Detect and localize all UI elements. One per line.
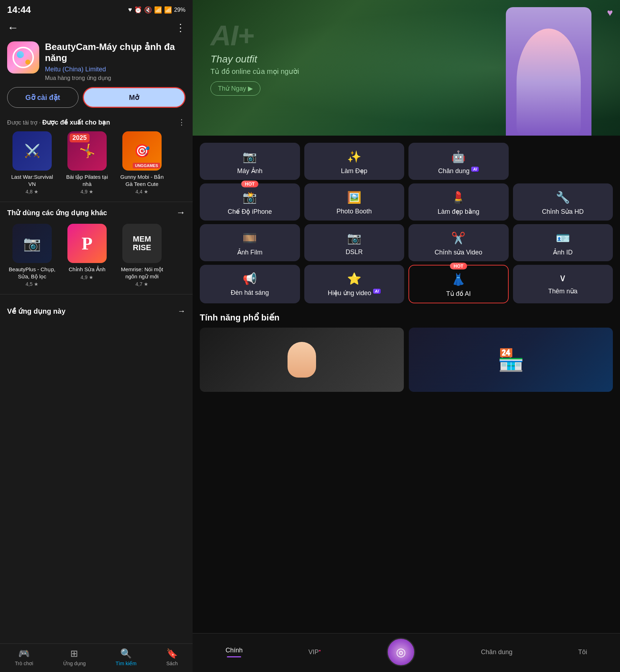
rec-app-rating: 4,8 ★ (26, 189, 39, 194)
try-app-name: Memrise: Nói một ngôn ngữ mới (117, 266, 167, 280)
nav-item-search[interactable]: 🔍 Tìm kiếm (116, 648, 137, 666)
feature-label-film: Ảnh Film (237, 248, 263, 256)
feature-dslr[interactable]: 📷 DSLR (304, 224, 405, 261)
feature-video-ai[interactable]: ⭐ Hiệu ứng video AI (304, 265, 405, 303)
beautyplus-icon: 📷 (23, 235, 41, 252)
memrise-icon: MEMRISE (133, 235, 151, 252)
feature-photo-booth[interactable]: 🖼️ Photo Booth (304, 183, 405, 221)
status-icons: ♥ ⏰ 🔇 📶 📶 29% (128, 6, 186, 14)
feature-label-camera: Máy Ảnh (237, 167, 263, 175)
rec-app-name: Gunny Mobi - Bắn Gà Teen Cute (117, 173, 167, 187)
left-panel: 14:44 ♥ ⏰ 🔇 📶 📶 29% ← ⋮ BeautyCam-Máy ch… (0, 0, 193, 672)
list-item[interactable]: 🎯 UNGGAMES Gunny Mobi - Bắn Gà Teen Cute… (117, 131, 167, 194)
feature-beauty[interactable]: ✨ Làm Đẹp (304, 143, 405, 180)
nav-item-apps[interactable]: ⊞ Ứng dụng (63, 648, 86, 666)
face-shape (288, 342, 316, 378)
uninstall-button[interactable]: Gỡ cài đặt (7, 87, 78, 108)
bnr-item-chinh[interactable]: Chính (225, 647, 243, 657)
bottom-nav: 🎮 Trò chơi ⊞ Ứng dụng 🔍 Tìm kiếm 🔖 Sách (0, 643, 193, 672)
photo-booth-icon: 🖼️ (347, 191, 361, 204)
list-item[interactable]: ⚔️ Last War:Survival VN 4,8 ★ (7, 131, 57, 194)
portrait-ai-icon: 🤖 (451, 150, 466, 163)
app-purchase-note: Mua hàng trong ứng dụng (45, 75, 186, 81)
try-app-rating: 4,5 ★ (26, 281, 39, 287)
search-icon: 🔍 (120, 648, 132, 659)
unggames-badge: UNGGAMES (133, 163, 160, 168)
back-button[interactable]: ← (7, 21, 19, 34)
id-photo-icon: 🪪 (556, 231, 570, 245)
more-button[interactable]: ⋮ (176, 22, 186, 34)
hot-badge-wardrobe: HOT (450, 263, 467, 269)
list-item[interactable]: P Chỉnh Sửa Ảnh 4,9 ★ (62, 224, 112, 287)
feature-label-more: Thêm nữa (548, 287, 578, 295)
nav-item-books[interactable]: 🔖 Sách (166, 648, 178, 666)
list-item[interactable]: MEMRISE Memrise: Nói một ngôn ngữ mới 4,… (117, 224, 167, 287)
feature-portrait-ai[interactable]: 🤖 Chân dung AI (408, 143, 509, 180)
rec-app-rating: 4,4 ★ (136, 189, 148, 194)
apps-icon: ⊞ (70, 648, 78, 659)
film-icon: 🎞️ (243, 231, 257, 245)
about-arrow-icon[interactable]: → (178, 307, 186, 316)
hero-cta-button[interactable]: Thử Ngay ▶ (210, 81, 260, 96)
feature-iphone-mode[interactable]: HOT 📸 Chế Độ iPhone (200, 183, 300, 221)
divider-2 (0, 294, 193, 294)
recommended-header: Được tài trợ · Được đề xuất cho bạn ⋮ (0, 115, 193, 131)
hero-subtitle: Thay outfit (210, 54, 299, 65)
app-info: BeautyCam-Máy chụp ảnh đa năng Meitu (Ch… (0, 38, 193, 87)
app-name: BeautyCam-Máy chụp ảnh đa năng (45, 41, 186, 64)
feature-more[interactable]: ∨ Thêm nữa (513, 265, 613, 303)
feature-label-hd-edit: Chỉnh Sửa HD (542, 208, 584, 216)
app-developer: Meitu (China) Limited (45, 66, 186, 73)
try-title: Thử dùng các ứng dụng khác (7, 208, 107, 217)
app-details: BeautyCam-Máy chụp ảnh đa năng Meitu (Ch… (45, 41, 186, 81)
heart-icon: ♥ (607, 7, 613, 19)
app-icon-inner (12, 47, 34, 68)
bnr-label-chinh: Chính (225, 647, 243, 654)
camera-icon: 📷 (243, 150, 257, 163)
try-arrow-icon[interactable]: → (176, 207, 186, 218)
bnr-label-me: Tôi (578, 648, 587, 656)
recommended-title: Được tài trợ · Được đề xuất cho bạn (7, 118, 110, 126)
bnr-item-portrait[interactable]: Chân dung (481, 648, 512, 656)
feature-label-dslr: DSLR (346, 248, 363, 256)
feature-label-beauty: Làm Đẹp (341, 167, 367, 175)
feature-hd-edit[interactable]: 🔧 Chỉnh Sửa HD (513, 183, 613, 221)
nav-item-games[interactable]: 🎮 Trò chơi (15, 648, 33, 666)
hero-banner: AI+ Thay outfit Tủ đồ online của mọi ngư… (193, 0, 620, 136)
feature-video-edit[interactable]: ✂️ Chỉnh sửa Video (408, 224, 509, 261)
rec-app-icon-gunny: 🎯 UNGGAMES (122, 131, 162, 171)
hero-ai-text: AI+ (210, 21, 299, 50)
dslr-icon: 📷 (347, 231, 361, 245)
bnr-item-vip[interactable]: VIP● (309, 648, 321, 656)
feature-label-id-photo: Ảnh ID (553, 248, 573, 256)
rec-app-name: Last War:Survival VN (7, 173, 57, 187)
popular-thumb-2[interactable]: 🏪 (409, 328, 613, 392)
heart-icon: ♥ (128, 6, 132, 14)
bnr-center-button[interactable]: ◎ (387, 638, 415, 666)
store-icon: 🏪 (498, 347, 524, 373)
nav-bar: ← ⋮ (0, 17, 193, 38)
feature-wardrobe-ai[interactable]: HOT 👗 Tủ đồ AI (408, 265, 509, 303)
try-app-icon-photo: P (67, 224, 107, 263)
hero-tagline: Tủ đồ online của mọi người (210, 67, 299, 76)
wifi-icon: 📶 (154, 6, 162, 14)
bnr-item-me[interactable]: Tôi (578, 648, 587, 656)
section-more-icon[interactable]: ⋮ (178, 118, 186, 127)
try-app-rating: 4,7 ★ (136, 281, 148, 287)
feature-label-light: Đèn hát sáng (231, 289, 269, 297)
more-icon: ∨ (559, 272, 566, 284)
open-button[interactable]: Mở (83, 87, 186, 108)
popular-grid: 🏪 (200, 328, 613, 392)
bnr-label-portrait: Chân dung (481, 648, 512, 656)
list-item[interactable]: 📷 BeautyPlus - Chụp, Sửa, Bộ lọc 4,5 ★ (7, 224, 57, 287)
feature-beauty-enhance[interactable]: 💄 Làm đẹp bằng (408, 183, 509, 221)
feature-id-photo[interactable]: 🪪 Ảnh ID (513, 224, 613, 261)
feature-camera[interactable]: 📷 Máy Ảnh (200, 143, 300, 180)
ai-badge-video: AI (373, 289, 381, 294)
rec-app-rating: 4,9 ★ (81, 189, 93, 194)
try-header: Thử dùng các ứng dụng khác → (7, 207, 186, 218)
feature-light[interactable]: 📢 Đèn hát sáng (200, 265, 300, 303)
feature-film[interactable]: 🎞️ Ảnh Film (200, 224, 300, 261)
list-item[interactable]: 🤸 2025 Bài tập Pilates tại nhà 4,9 ★ (62, 131, 112, 194)
popular-thumb-1[interactable] (200, 328, 404, 392)
